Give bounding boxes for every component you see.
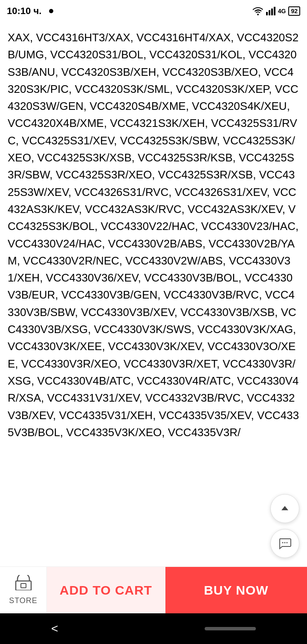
svg-rect-7 [16, 581, 31, 590]
nav-bar: < [0, 613, 307, 644]
svg-point-6 [287, 542, 288, 543]
tag-4g: 4G [278, 8, 286, 14]
battery-box: 92 [288, 6, 300, 16]
status-left: 10:10 ч. [7, 6, 53, 17]
wifi-icon [252, 7, 264, 15]
add-to-cart-button[interactable]: ADD TO CART [47, 567, 165, 613]
svg-rect-8 [21, 584, 26, 588]
buy-now-label: BUY NOW [204, 583, 268, 598]
svg-rect-2 [271, 9, 273, 15]
status-right: 4G 92 [252, 6, 300, 16]
signal-icon [266, 7, 275, 15]
store-button[interactable]: STORE [0, 567, 47, 613]
buy-now-button[interactable]: BUY NOW [165, 567, 307, 613]
svg-rect-3 [274, 7, 275, 15]
svg-rect-1 [269, 10, 270, 15]
battery-level: 92 [291, 8, 298, 14]
back-button[interactable]: < [51, 622, 58, 635]
add-to-cart-label: ADD TO CART [60, 583, 152, 598]
status-time: 10:10 ч. [7, 6, 41, 17]
main-content: XAX, VCC4316HT3/XAX, VCC4316HT4/XAX, VCC… [0, 22, 307, 566]
status-bar: 10:10 ч. 4G 92 [0, 0, 307, 22]
compatibility-text: XAX, VCC4316HT3/XAX, VCC4316HT4/XAX, VCC… [8, 29, 299, 441]
chat-button[interactable] [270, 529, 299, 558]
svg-point-5 [284, 542, 286, 543]
status-dot [49, 9, 53, 13]
store-icon [15, 575, 32, 594]
store-label: STORE [9, 596, 38, 605]
fab-container [270, 494, 299, 558]
svg-point-4 [282, 542, 284, 543]
action-bar: STORE ADD TO CART BUY NOW [0, 566, 307, 613]
svg-rect-0 [266, 12, 268, 15]
nav-pill [205, 627, 256, 630]
battery-indicator: 92 [288, 6, 300, 16]
scroll-up-button[interactable] [270, 494, 299, 523]
